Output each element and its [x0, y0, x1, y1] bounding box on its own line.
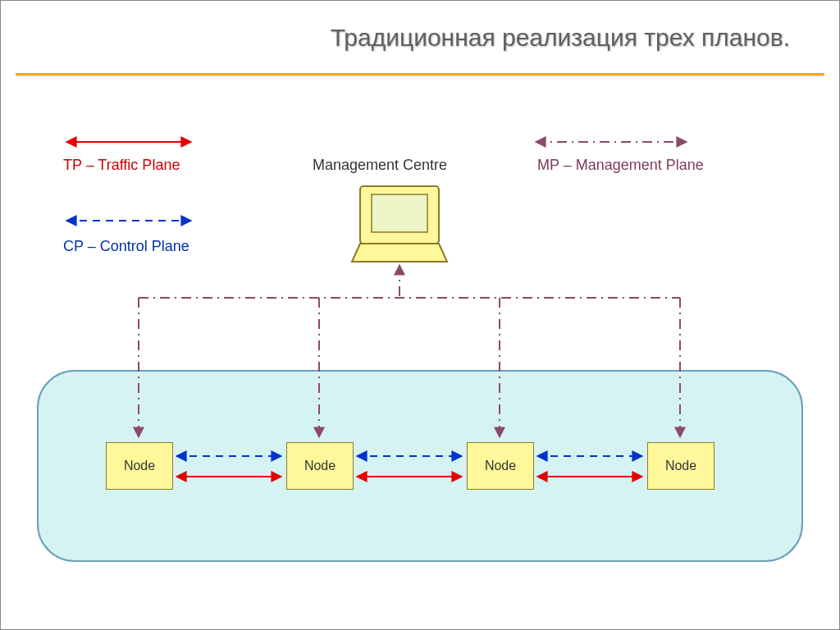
node-label: Node: [124, 459, 155, 473]
node-box-1: Node: [106, 442, 173, 490]
node-box-3: Node: [467, 442, 534, 490]
node-label: Node: [485, 459, 516, 473]
page-title: Традиционная реализация трех планов.: [1, 24, 823, 52]
legend-tp-label: TP – Traffic Plane: [63, 157, 180, 174]
legend-cp-label: CP – Control Plane: [63, 238, 189, 255]
svg-rect-1: [372, 194, 427, 232]
management-centre-label: Management Centre: [313, 157, 447, 174]
node-box-2: Node: [286, 442, 354, 490]
computer-icon: [352, 186, 447, 262]
node-label: Node: [665, 459, 696, 473]
node-label: Node: [304, 459, 336, 473]
svg-rect-0: [360, 186, 439, 244]
legend-mp-label: MP – Management Plane: [537, 157, 704, 174]
node-box-4: Node: [647, 442, 714, 490]
sub-rule: [16, 75, 824, 76]
slide: { "title": "Традиционная реализация трех…: [0, 0, 840, 630]
